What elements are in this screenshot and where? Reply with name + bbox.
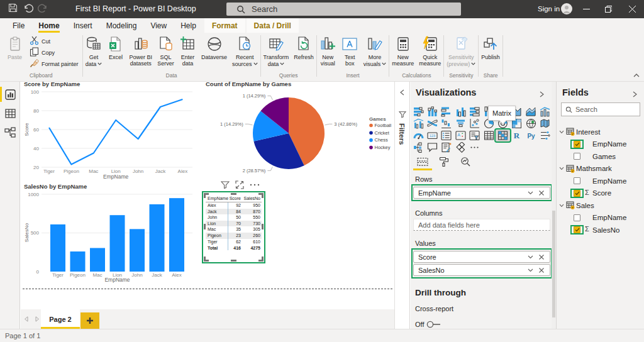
more-options-icon[interactable] <box>250 180 260 189</box>
ribbon-button-format-painter[interactable]: Format painter <box>28 58 82 70</box>
visual-type-r-script-icon[interactable]: R <box>510 130 524 141</box>
fields-field-sales-empname[interactable]: EmpName <box>557 212 644 224</box>
tab-fields[interactable] <box>412 155 433 168</box>
visual-type-line-clustered-column-icon[interactable] <box>411 118 425 130</box>
expand-filters-button[interactable] <box>399 87 405 98</box>
visual-type-card-icon[interactable]: 123 <box>425 130 439 141</box>
matrix-row-tiger[interactable]: Tiger62610 <box>206 239 262 245</box>
field-checkbox[interactable] <box>574 177 580 184</box>
menu-file[interactable]: File <box>6 18 31 33</box>
fields-field-sales-salesno[interactable]: ΣSalesNo <box>557 224 644 236</box>
sign-in-button[interactable]: Sign in <box>538 5 560 13</box>
visual-type-smart-narrative-icon[interactable] <box>440 141 453 153</box>
line-chart-score-by-empname[interactable]: Score by EmpName20406080100ScoreTigerPig… <box>23 82 198 183</box>
selection-handle[interactable] <box>258 193 264 198</box>
pill-remove-icon[interactable] <box>539 268 544 273</box>
matrix-row-mac[interactable]: Mac35305 <box>206 226 262 233</box>
pill-dropdown-icon[interactable] <box>528 191 533 195</box>
visual-type-clustered-column-icon[interactable] <box>453 106 467 118</box>
filters-funnel-icon[interactable] <box>399 109 406 121</box>
menu-format[interactable]: Format <box>204 18 245 33</box>
visual-type-funnel-icon[interactable] <box>453 118 467 130</box>
redo-icon[interactable] <box>38 3 49 14</box>
viz-pane-scrollbar[interactable] <box>552 82 556 329</box>
prev-page-icon[interactable] <box>24 316 28 322</box>
sidebar-data-view[interactable] <box>0 104 20 122</box>
matrix-row-alex[interactable]: Alex92950 <box>206 202 262 209</box>
scrollbar-thumb[interactable] <box>552 211 555 317</box>
visual-type-stacked-bar-icon[interactable] <box>411 106 425 118</box>
minimize-button[interactable] <box>575 0 597 18</box>
selection-handle[interactable] <box>204 224 206 229</box>
fields-field-interest-games[interactable]: Games <box>557 150 644 163</box>
ribbon-button-paste[interactable]: Paste <box>0 33 28 60</box>
new-page-button[interactable] <box>80 312 99 329</box>
save-icon[interactable] <box>8 3 19 14</box>
field-checkbox[interactable] <box>574 190 580 197</box>
selection-handle[interactable] <box>262 224 264 229</box>
fields-field-mathsmark-empname[interactable]: EmpName <box>557 175 644 187</box>
values-field-pill-score[interactable]: Score <box>413 251 550 263</box>
ribbon-button-power-bi-datasets[interactable]: Power BIdatasets <box>127 33 155 67</box>
ribbon-button-cut[interactable]: Cut <box>28 36 82 47</box>
visual-type-gauge-icon[interactable] <box>411 130 425 141</box>
visual-type-slicer-icon[interactable] <box>468 130 482 141</box>
matrix-row-jack[interactable]: Jack84870 <box>206 209 262 215</box>
visual-type-map-icon[interactable] <box>524 118 538 130</box>
visual-type-key-influencers-icon[interactable] <box>538 130 552 141</box>
pill-dropdown-icon[interactable] <box>528 268 533 272</box>
page-tab[interactable]: Page 2 <box>41 309 80 329</box>
ribbon-button-quick-measure[interactable]: Quickmeasure <box>416 33 443 67</box>
chevron-down-icon[interactable] <box>559 204 565 207</box>
collapse-visualizations-button[interactable] <box>539 89 545 100</box>
columns-empty-well[interactable]: Add data fields here <box>413 219 550 231</box>
tab-format[interactable] <box>433 155 455 168</box>
ribbon-button-sql-server[interactable]: SQLServer <box>155 33 177 67</box>
visual-type-line-stacked-column-icon[interactable] <box>538 106 552 118</box>
pill-dropdown-icon[interactable] <box>528 255 533 259</box>
visual-type-python-icon[interactable]: Py <box>524 130 538 141</box>
matrix-row-lion[interactable]: Lion70730 <box>206 221 262 227</box>
ribbon-button-dataverse[interactable]: Dataverse <box>199 33 230 60</box>
fields-table-mathsmark[interactable]: Mathsmark <box>557 163 644 175</box>
visual-type-kpi-icon[interactable]: A <box>453 130 467 141</box>
collapse-ribbon-button[interactable] <box>631 71 641 80</box>
visual-type-matrix-icon[interactable] <box>496 130 509 141</box>
field-checkbox[interactable] <box>574 141 580 148</box>
rows-field-pill-empname[interactable]: EmpName <box>413 187 550 199</box>
ribbon-button-enter-data[interactable]: Enterdata <box>177 33 199 67</box>
filters-pane-label[interactable]: Filters <box>398 123 406 145</box>
menu-insert[interactable]: Insert <box>67 18 99 33</box>
ribbon-button-get-data[interactable]: Getdata <box>83 33 105 67</box>
ribbon-button-refresh[interactable]: Refresh <box>291 33 316 60</box>
ribbon-button-more-visuals[interactable]: Morevisuals <box>361 33 389 67</box>
ribbon-button-excel[interactable]: Excel <box>105 33 127 60</box>
global-search-input[interactable] <box>252 4 440 14</box>
visual-type-decomposition-tree-icon[interactable] <box>411 141 425 153</box>
menu-data-drill[interactable]: Data / Drill <box>247 18 299 33</box>
pill-remove-icon[interactable] <box>539 255 544 260</box>
undo-icon[interactable] <box>23 3 35 14</box>
visual-type-waterfall-icon[interactable] <box>440 118 453 130</box>
visual-type-clustered-bar-icon[interactable] <box>440 106 453 118</box>
visual-type-multi-row-card-icon[interactable] <box>440 130 453 141</box>
matrix-visual[interactable]: EmpNameScoreSalesNoAlex92950Jack84870Joh… <box>203 192 264 262</box>
visual-type-filled-map-icon[interactable] <box>538 118 552 130</box>
ribbon-button-new-measure[interactable]: Newmeasure <box>389 33 416 67</box>
next-page-icon[interactable] <box>35 316 40 322</box>
ribbon-button-new-visual[interactable]: Newvisual <box>317 33 339 67</box>
matrix-row-john[interactable]: John50550 <box>206 214 262 221</box>
restore-button[interactable] <box>597 0 619 18</box>
report-canvas[interactable]: Score by EmpName20406080100ScoreTigerPig… <box>21 82 394 309</box>
fields-field-mathsmark-score[interactable]: ΣScore <box>557 187 644 200</box>
menu-view[interactable]: View <box>143 18 174 33</box>
selection-handle[interactable] <box>231 260 236 262</box>
fields-field-interest-empname[interactable]: EmpName <box>557 138 644 151</box>
ribbon-button-recent-sources[interactable]: Recentsources <box>230 33 260 67</box>
filter-icon[interactable] <box>221 180 230 189</box>
pie-chart-count-of-empname-by-games[interactable]: Count of EmpName by Games3 (42.86%)2 (28… <box>204 82 393 183</box>
visual-type-ribbon-icon[interactable] <box>425 118 439 130</box>
menu-home[interactable]: Home <box>31 18 66 33</box>
avatar[interactable] <box>561 3 572 14</box>
field-checkbox[interactable] <box>574 226 580 233</box>
